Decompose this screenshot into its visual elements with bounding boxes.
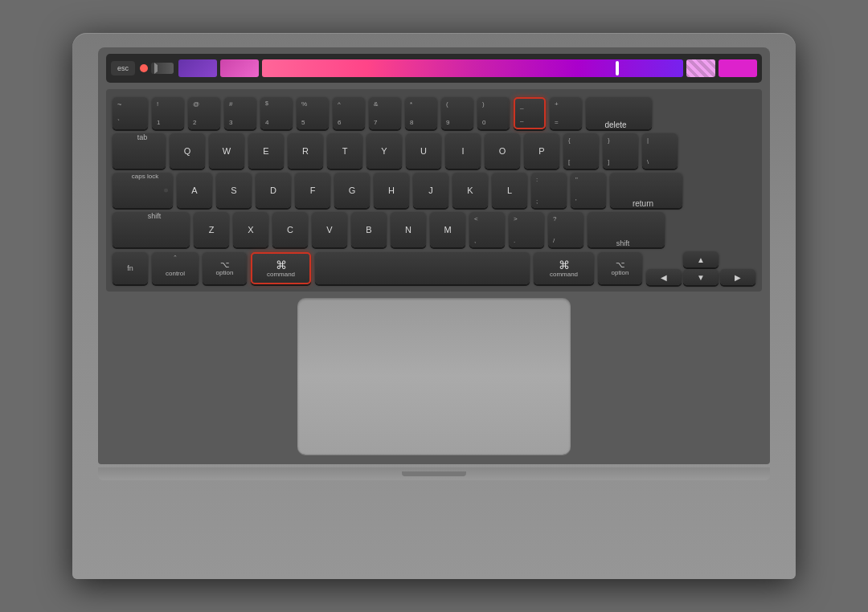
touch-bar-segment-1 — [178, 59, 217, 77]
key-v[interactable]: V — [312, 212, 347, 247]
key-bracket-left[interactable]: { [ — [563, 133, 599, 169]
bottom-notch — [402, 471, 466, 476]
key-control[interactable]: ⌃ control — [152, 252, 199, 284]
touch-bar-handle — [616, 61, 619, 75]
keyboard-section: ~ ` ! 1 @ 2 # 3 — [106, 89, 762, 292]
touch-bar-segment-gradient — [262, 59, 683, 77]
key-2[interactable]: @ 2 — [188, 97, 220, 129]
key-equals[interactable]: + = — [550, 97, 582, 129]
touch-bar-close — [140, 64, 148, 72]
key-0[interactable]: ) 0 — [477, 97, 510, 129]
asdf-row: caps lock A S D F G H J K L : ; — [113, 173, 755, 208]
key-spacebar[interactable] — [315, 252, 530, 284]
key-u[interactable]: U — [406, 133, 441, 169]
key-arrow-up[interactable]: ▲ — [683, 251, 719, 267]
key-bracket-right[interactable]: } ] — [603, 133, 638, 169]
key-comma[interactable]: < , — [469, 212, 505, 247]
bottom-row: fn ⌃ control ⌥ option ⌘ comma — [113, 251, 755, 285]
key-4[interactable]: $ 4 — [260, 97, 293, 129]
key-command-left[interactable]: ⌘ command — [251, 252, 311, 284]
key-command-right[interactable]: ⌘ command — [534, 252, 594, 284]
qwerty-row: tab Q W E R T Y U I O P { [ — [113, 133, 755, 169]
trackpad-area — [106, 298, 762, 455]
key-return[interactable]: return — [610, 173, 682, 208]
key-m[interactable]: M — [430, 212, 465, 247]
bottom-bar — [98, 467, 770, 480]
arrow-keys-container: ▲ ◀ ▼ ▶ — [646, 251, 755, 285]
zxcv-row: shift Z X C V B N M < , > . — [113, 212, 755, 247]
key-a[interactable]: A — [177, 173, 212, 208]
key-delete[interactable]: delete — [586, 97, 652, 129]
key-quote[interactable]: " ' — [571, 173, 606, 208]
key-t[interactable]: T — [327, 133, 362, 169]
touch-bar-segment-checker — [686, 59, 715, 77]
touch-bar-content — [178, 59, 757, 77]
laptop-body: esc ~ ` — [72, 33, 796, 579]
key-arrow-right[interactable]: ▶ — [720, 269, 755, 285]
keyboard-area: esc ~ ` — [98, 47, 770, 464]
key-1[interactable]: ! 1 — [152, 97, 184, 129]
key-minus[interactable]: _ – — [514, 97, 546, 129]
key-d[interactable]: D — [256, 173, 291, 208]
key-period[interactable]: > . — [509, 212, 544, 247]
key-o[interactable]: O — [485, 133, 520, 169]
key-b[interactable]: B — [351, 212, 387, 247]
key-7[interactable]: & 7 — [369, 97, 401, 129]
touch-bar-esc[interactable]: esc — [111, 61, 135, 75]
key-f[interactable]: F — [295, 173, 330, 208]
key-8[interactable]: * 8 — [405, 97, 437, 129]
key-x[interactable]: X — [233, 212, 268, 247]
trackpad[interactable] — [297, 298, 571, 455]
number-row: ~ ` ! 1 @ 2 # 3 — [113, 97, 755, 129]
key-fn[interactable]: fn — [113, 252, 148, 284]
key-z[interactable]: Z — [194, 212, 229, 247]
touch-bar-sound — [151, 63, 174, 74]
key-p[interactable]: P — [524, 133, 559, 169]
key-j[interactable]: J — [413, 173, 448, 208]
keys-container: ~ ` ! 1 @ 2 # 3 — [113, 97, 755, 285]
key-slash[interactable]: ? / — [548, 212, 583, 247]
key-n[interactable]: N — [391, 212, 426, 247]
key-shift-right[interactable]: shift — [588, 212, 665, 247]
touch-bar-segment-2 — [220, 59, 259, 77]
key-e[interactable]: E — [248, 133, 284, 169]
key-option-right[interactable]: ⌥ option — [598, 252, 642, 284]
key-h[interactable]: H — [374, 173, 409, 208]
touch-bar-segment-magenta — [719, 59, 757, 77]
key-arrow-down[interactable]: ▼ — [683, 269, 719, 285]
key-shift-left[interactable]: shift — [113, 212, 190, 247]
key-arrow-left[interactable]: ◀ — [646, 269, 682, 285]
key-l[interactable]: L — [492, 173, 527, 208]
key-9[interactable]: ( 9 — [441, 97, 473, 129]
key-r[interactable]: R — [288, 133, 323, 169]
key-w[interactable]: W — [209, 133, 244, 169]
key-q[interactable]: Q — [170, 133, 205, 169]
key-3[interactable]: # 3 — [224, 97, 256, 129]
key-6[interactable]: ^ 6 — [333, 97, 365, 129]
key-backslash[interactable]: | \ — [642, 133, 678, 169]
key-caps-lock[interactable]: caps lock — [113, 173, 173, 208]
touch-bar: esc — [106, 54, 762, 83]
key-g[interactable]: G — [334, 173, 370, 208]
key-semicolon[interactable]: : ; — [531, 173, 567, 208]
key-k[interactable]: K — [452, 173, 488, 208]
key-tab[interactable]: tab — [113, 133, 166, 169]
key-option-left[interactable]: ⌥ option — [203, 252, 247, 284]
key-tilde[interactable]: ~ ` — [113, 97, 148, 129]
key-5[interactable]: % 5 — [297, 97, 329, 129]
touch-bar-controls — [140, 63, 174, 74]
key-s[interactable]: S — [216, 173, 252, 208]
key-y[interactable]: Y — [366, 133, 402, 169]
key-i[interactable]: I — [445, 133, 481, 169]
key-c[interactable]: C — [272, 212, 308, 247]
